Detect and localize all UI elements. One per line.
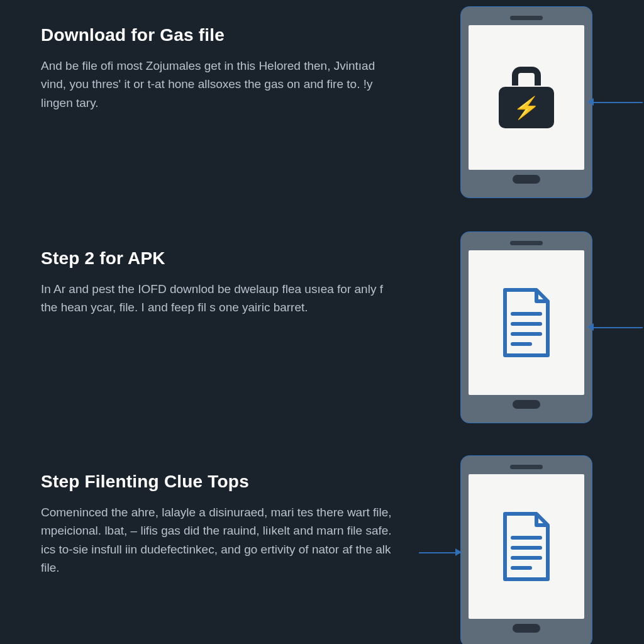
phone-earpiece bbox=[510, 241, 543, 245]
step-1-body: And be file ofi most Zojumales get in th… bbox=[41, 57, 393, 112]
phone-screen-3 bbox=[469, 474, 584, 619]
step-3-block: Step Filenting Clue Tops Comeninced the … bbox=[41, 472, 393, 577]
arrow-right-icon bbox=[455, 548, 462, 556]
document-icon bbox=[497, 287, 555, 358]
phone-home-button bbox=[513, 175, 540, 184]
phone-home-button bbox=[513, 624, 540, 633]
step-2-block: Step 2 for APK In Ar and pest the IOFD d… bbox=[41, 248, 393, 317]
step-1-block: Download for Gas file And be file ofi mo… bbox=[41, 25, 393, 112]
connector-2 bbox=[592, 327, 643, 328]
phone-earpiece bbox=[510, 16, 543, 20]
phone-earpiece bbox=[510, 465, 543, 469]
phone-home-button bbox=[513, 400, 540, 409]
document-icon bbox=[497, 511, 555, 582]
lock-bolt-icon: ⚡ bbox=[499, 67, 554, 128]
step-1-title: Download for Gas file bbox=[41, 25, 393, 45]
arrow-left-icon bbox=[587, 98, 594, 106]
connector-1 bbox=[592, 102, 643, 103]
phone-illustration-3 bbox=[460, 455, 592, 644]
phone-illustration-1: ⚡ bbox=[460, 6, 592, 198]
step-2-body: In Ar and pest the IOFD downlod be dwela… bbox=[41, 280, 393, 317]
phone-illustration-2 bbox=[460, 231, 592, 423]
connector-3 bbox=[419, 552, 460, 553]
step-3-body: Comeninced the ahre, lalayle a disinurae… bbox=[41, 503, 393, 577]
phone-screen-1: ⚡ bbox=[469, 25, 584, 170]
step-2-title: Step 2 for APK bbox=[41, 248, 393, 269]
arrow-left-icon bbox=[587, 323, 594, 331]
step-3-title: Step Filenting Clue Tops bbox=[41, 472, 393, 492]
phone-screen-2 bbox=[469, 250, 584, 395]
